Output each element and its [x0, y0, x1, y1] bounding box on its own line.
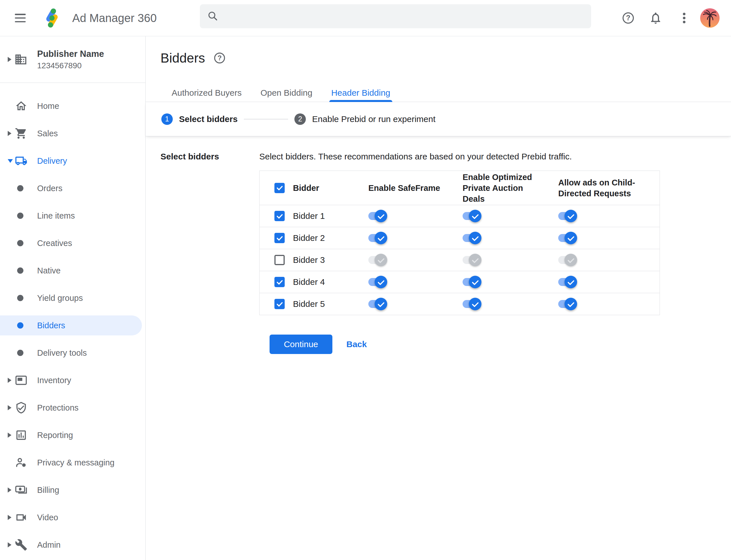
optimized-deals-toggle[interactable]	[462, 298, 481, 310]
sidebar-item-home[interactable]: Home	[0, 96, 146, 116]
expand-caret-icon[interactable]	[8, 57, 11, 62]
wrench-icon	[15, 539, 27, 551]
child-directed-toggle[interactable]	[558, 298, 577, 310]
child-directed-cell	[550, 227, 660, 249]
row-checkbox[interactable]	[275, 277, 285, 287]
optimized-deals-cell	[454, 227, 550, 249]
search-bar[interactable]	[200, 4, 591, 28]
help-icon[interactable]: ?	[621, 11, 635, 25]
bullet-icon	[17, 185, 23, 191]
bullet-icon	[17, 295, 23, 301]
sidebar-item-video[interactable]: Video	[0, 507, 146, 527]
child-directed-toggle[interactable]	[558, 210, 577, 222]
sidebar-item-billing[interactable]: Billing	[0, 480, 146, 500]
child-directed-cell	[550, 293, 660, 315]
svg-text:?: ?	[626, 14, 630, 22]
publisher-name: Publisher Name	[37, 49, 104, 59]
sidebar-item-reporting[interactable]: Reporting	[0, 425, 146, 445]
safeframe-toggle[interactable]	[368, 210, 387, 222]
sidebar-item-sales[interactable]: Sales	[0, 123, 146, 143]
search-icon	[207, 11, 219, 22]
avatar[interactable]	[700, 8, 720, 28]
expand-caret-icon[interactable]	[8, 433, 11, 438]
bidder-cell: Bidder 5	[260, 293, 361, 315]
tab-header-bidding[interactable]: Header Bidding	[322, 79, 400, 102]
sidebar-item-protections[interactable]: Protections	[0, 398, 146, 418]
sidebar-item-line-items[interactable]: Line items	[0, 206, 146, 226]
page-help-icon[interactable]: ?	[213, 51, 226, 65]
expand-caret-icon[interactable]	[8, 542, 11, 547]
row-checkbox[interactable]	[275, 299, 285, 309]
expand-caret-icon[interactable]	[8, 515, 11, 520]
cart-icon	[15, 127, 27, 140]
sidebar-item-bidders[interactable]: Bidders	[0, 315, 142, 335]
sidebar-item-creatives[interactable]: Creatives	[0, 233, 146, 253]
page-title: Bidders	[161, 50, 205, 66]
row-checkbox[interactable]	[275, 233, 285, 243]
description-text: Select bidders. These recommendations ar…	[259, 151, 731, 162]
bullet-icon	[17, 240, 23, 246]
table-row: Bidder 4	[260, 271, 660, 293]
bullet-icon	[17, 267, 23, 274]
expand-caret-icon[interactable]	[8, 378, 11, 383]
optimized-deals-toggle[interactable]	[462, 210, 481, 222]
notifications-icon[interactable]	[649, 11, 662, 25]
main-content: Bidders ? Authorized Buyers Open Bidding…	[146, 36, 731, 560]
safeframe-toggle[interactable]	[368, 232, 387, 244]
expand-caret-icon[interactable]	[8, 487, 11, 493]
optimized-deals-cell	[454, 249, 550, 271]
safeframe-toggle[interactable]	[368, 276, 387, 288]
person-badge-icon	[15, 456, 27, 469]
row-checkbox[interactable]	[275, 211, 285, 221]
menu-icon[interactable]	[15, 14, 26, 22]
sidebar-item-admin[interactable]: Admin	[0, 535, 146, 555]
safeframe-toggle[interactable]	[368, 298, 387, 310]
bar-chart-icon	[15, 429, 27, 441]
optimized-deals-cell	[454, 205, 550, 227]
sidebar-item-privacy-messaging[interactable]: Privacy & messaging	[0, 453, 146, 473]
search-input[interactable]	[225, 11, 584, 21]
banknote-icon	[15, 484, 27, 496]
sidebar-item-yield-groups[interactable]: Yield groups	[0, 288, 146, 308]
tab-open-bidding[interactable]: Open Bidding	[251, 79, 322, 102]
sidebar-item-inventory[interactable]: Inventory	[0, 370, 146, 390]
child-directed-toggle[interactable]	[558, 232, 577, 244]
sidebar-item-orders[interactable]: Orders	[0, 178, 146, 198]
home-icon	[15, 100, 27, 112]
table-row: Bidder 3	[260, 249, 660, 271]
step-connector	[244, 119, 288, 119]
bidder-cell: Bidder 3	[260, 249, 361, 271]
publisher-id: 1234567890	[37, 61, 104, 70]
column-header-child-directed: Allow ads on Child-Directed Requests	[550, 171, 660, 205]
tab-authorized-buyers[interactable]: Authorized Buyers	[162, 79, 251, 102]
safeframe-cell	[361, 205, 454, 227]
bidder-cell: Bidder 4	[260, 271, 361, 293]
column-header-safeframe: Enable SafeFrame	[361, 171, 454, 205]
expand-caret-icon[interactable]	[8, 131, 11, 136]
step-enable-prebid[interactable]: 2 Enable Prebid or run experiment	[295, 113, 435, 125]
child-directed-toggle[interactable]	[558, 254, 577, 266]
back-button[interactable]: Back	[347, 339, 367, 349]
row-checkbox[interactable]	[275, 255, 285, 265]
child-directed-toggle[interactable]	[558, 276, 577, 288]
sidebar-item-delivery-tools[interactable]: Delivery tools	[0, 343, 146, 363]
sidebar-item-native[interactable]: Native	[0, 261, 146, 281]
select-all-checkbox[interactable]	[275, 183, 285, 193]
optimized-deals-toggle[interactable]	[462, 254, 481, 266]
sidebar-item-delivery[interactable]: Delivery	[0, 151, 146, 171]
row-label: Bidder 5	[293, 299, 325, 309]
more-vertical-icon[interactable]	[677, 11, 691, 25]
continue-button[interactable]: Continue	[270, 335, 333, 354]
bidders-table: Bidder Enable SafeFrame Enable Optimized…	[259, 171, 660, 315]
expand-caret-icon[interactable]	[8, 405, 11, 410]
publisher-selector[interactable]: Publisher Name 1234567890	[0, 36, 145, 83]
sidebar: Publisher Name 1234567890 Home Sales	[0, 36, 146, 560]
optimized-deals-toggle[interactable]	[462, 232, 481, 244]
safeframe-cell	[361, 249, 454, 271]
safeframe-toggle[interactable]	[368, 254, 387, 266]
column-header-bidder: Bidder	[260, 171, 361, 205]
step-select-bidders[interactable]: 1 Select bidders	[161, 113, 238, 125]
video-camera-icon	[15, 511, 27, 524]
optimized-deals-toggle[interactable]	[462, 276, 481, 288]
collapse-caret-icon[interactable]	[8, 159, 13, 163]
